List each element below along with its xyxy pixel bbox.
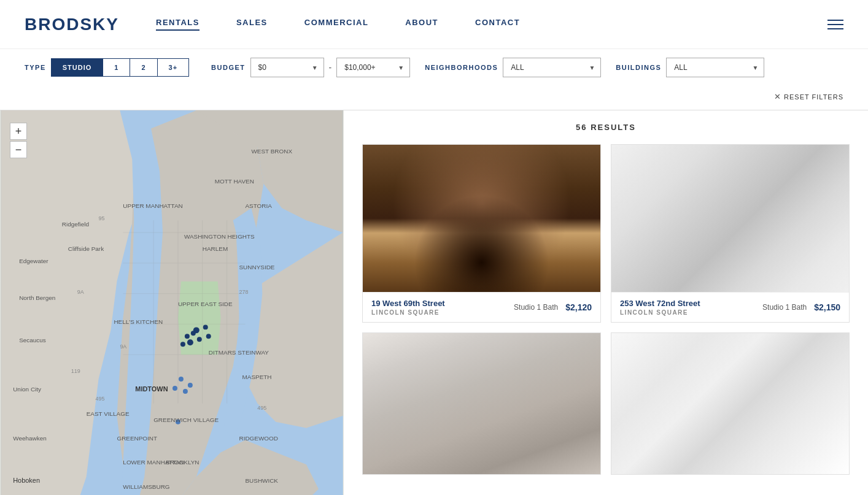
nav-commercial[interactable]: COMMERCIAL — [304, 18, 369, 31]
type-3plus-btn[interactable]: 3+ — [158, 58, 190, 77]
map-container: HELL'S KITCHEN UPPER EAST SIDE MIDTOWN H… — [0, 110, 344, 495]
listing-neighborhood-0: LINCOLN SQUARE — [371, 309, 506, 316]
svg-text:Edgewater: Edgewater — [19, 258, 48, 264]
listing-details-0: Studio 1 Bath — [514, 303, 558, 312]
svg-point-15 — [180, 342, 185, 347]
nav-about[interactable]: ABOUT — [405, 18, 438, 31]
svg-point-18 — [179, 377, 184, 382]
svg-point-13 — [185, 334, 190, 339]
reset-filters-label: RESET FILTERS — [784, 93, 843, 101]
type-studio-btn[interactable]: STUDIO — [51, 58, 104, 77]
svg-text:BUSHWICK: BUSHWICK — [245, 477, 278, 484]
svg-text:WILLIAMSBURG: WILLIAMSBURG — [123, 483, 169, 490]
listing-card-2[interactable] — [362, 332, 601, 475]
svg-text:UPPER MANHATTAN: UPPER MANHATTAN — [123, 202, 182, 209]
budget-max-select[interactable]: $10,000+ — [336, 58, 410, 77]
map-controls: + − — [10, 123, 27, 158]
listing-neighborhood-1: LINCOLN SQUARE — [620, 309, 755, 316]
svg-point-21 — [183, 389, 188, 394]
budget-filter-group: BUDGET $0 ▼ - $10,000+ ▼ — [211, 58, 410, 77]
reset-filters-button[interactable]: ✕ RESET FILTERS — [774, 92, 843, 101]
svg-text:EAST VILLAGE: EAST VILLAGE — [87, 410, 130, 417]
svg-text:9A: 9A — [77, 289, 84, 295]
svg-text:WEST BRONX: WEST BRONX — [251, 148, 292, 155]
listings-panel: 56 RESULTS 19 West 69th Street LINCOLN S… — [344, 110, 868, 495]
svg-text:BROOKLYN: BROOKLYN — [166, 459, 200, 466]
listing-details-1: Studio 1 Bath — [762, 303, 807, 312]
nav-contact[interactable]: CONTACT — [475, 18, 520, 31]
filter-bar: TYPE STUDIO 1 2 3+ BUDGET $0 ▼ - $10,000… — [0, 49, 868, 110]
svg-text:HARLEM: HARLEM — [203, 245, 228, 252]
hamburger-menu[interactable] — [827, 20, 843, 29]
buildings-select[interactable]: ALL — [666, 58, 764, 77]
zoom-out-button[interactable]: − — [10, 141, 27, 158]
svg-point-16 — [191, 331, 196, 336]
svg-text:MASPETH: MASPETH — [242, 374, 271, 380]
svg-text:9A: 9A — [120, 343, 126, 350]
nav-rentals[interactable]: RENTALS — [156, 18, 200, 31]
svg-text:Cliffside Park: Cliffside Park — [68, 245, 104, 252]
listing-card-1[interactable]: 253 West 72nd Street LINCOLN SQUARE Stud… — [611, 144, 850, 323]
type-1-btn[interactable]: 1 — [103, 58, 130, 77]
main-nav: RENTALS SALES COMMERCIAL ABOUT CONTACT — [156, 18, 827, 31]
budget-dash: - — [329, 63, 332, 72]
listing-address-block-1: 253 West 72nd Street LINCOLN SQUARE — [620, 299, 755, 316]
svg-point-11 — [187, 339, 193, 345]
svg-text:Union City: Union City — [13, 386, 41, 393]
listing-price-0: $2,120 — [565, 302, 592, 312]
svg-text:278: 278 — [239, 289, 249, 295]
listing-price-1: $2,150 — [814, 302, 840, 312]
svg-text:495: 495 — [96, 396, 105, 402]
listings-grid: 19 West 69th Street LINCOLN SQUARE Studi… — [362, 144, 850, 475]
listing-card-0[interactable]: 19 West 69th Street LINCOLN SQUARE Studi… — [362, 144, 601, 323]
svg-text:Secaucus: Secaucus — [19, 337, 46, 343]
type-buttons: STUDIO 1 2 3+ — [51, 58, 189, 77]
listing-address-1: 253 West 72nd Street — [620, 299, 755, 308]
buildings-filter-group: BUILDINGS ALL ▼ — [616, 58, 764, 77]
listing-card-3[interactable] — [611, 332, 850, 475]
buildings-label: BUILDINGS — [616, 64, 661, 71]
main-layout: HELL'S KITCHEN UPPER EAST SIDE MIDTOWN H… — [0, 110, 868, 495]
svg-text:DITMARS STEINWAY: DITMARS STEINWAY — [209, 349, 269, 356]
neighborhoods-select[interactable]: ALL — [503, 58, 601, 77]
listing-image-0 — [363, 145, 600, 292]
svg-text:ASTORIA: ASTORIA — [245, 202, 272, 209]
results-count: 56 RESULTS — [362, 123, 850, 132]
svg-text:RIDGEWOOD: RIDGEWOOD — [239, 435, 279, 442]
listing-address-0: 19 West 69th Street — [371, 299, 506, 308]
svg-point-17 — [206, 334, 211, 339]
svg-text:MOTT HAVEN: MOTT HAVEN — [215, 178, 254, 185]
svg-point-12 — [203, 324, 208, 329]
logo[interactable]: BRODSKY — [25, 15, 119, 34]
listing-image-3 — [611, 333, 849, 474]
neighborhoods-label: NEIGHBORHOODS — [425, 64, 498, 71]
budget-max-wrapper: $10,000+ ▼ — [336, 58, 410, 77]
zoom-in-button[interactable]: + — [10, 123, 27, 140]
svg-text:GREENPOINT: GREENPOINT — [117, 435, 157, 442]
budget-label: BUDGET — [211, 64, 245, 71]
type-2-btn[interactable]: 2 — [130, 58, 157, 77]
svg-text:North Bergen: North Bergen — [19, 294, 55, 301]
type-label: TYPE — [25, 64, 46, 71]
budget-min-select[interactable]: $0 — [250, 58, 324, 77]
listing-info-1: 253 West 72nd Street LINCOLN SQUARE Stud… — [611, 292, 849, 322]
header: BRODSKY RENTALS SALES COMMERCIAL ABOUT C… — [0, 0, 868, 49]
svg-text:HELL'S KITCHEN: HELL'S KITCHEN — [114, 318, 163, 325]
svg-text:119: 119 — [71, 368, 80, 374]
svg-text:UPPER EAST SIDE: UPPER EAST SIDE — [178, 301, 233, 307]
svg-point-19 — [188, 383, 193, 388]
neighborhoods-filter-group: NEIGHBORHOODS ALL ▼ — [425, 58, 601, 77]
listing-info-0: 19 West 69th Street LINCOLN SQUARE Studi… — [363, 292, 600, 322]
svg-text:Weehawken: Weehawken — [13, 435, 47, 442]
svg-text:MIDTOWN: MIDTOWN — [135, 385, 168, 393]
svg-point-14 — [197, 337, 202, 342]
nav-sales[interactable]: SALES — [236, 18, 268, 31]
svg-text:WASHINGTON HEIGHTS: WASHINGTON HEIGHTS — [184, 233, 255, 240]
type-filter-group: TYPE STUDIO 1 2 3+ — [25, 58, 189, 77]
svg-text:GREENWICH VILLAGE: GREENWICH VILLAGE — [153, 416, 219, 423]
svg-point-20 — [172, 386, 177, 391]
buildings-wrapper: ALL ▼ — [666, 58, 764, 77]
svg-text:95: 95 — [99, 215, 105, 221]
svg-text:Hoboken: Hoboken — [13, 477, 40, 484]
listing-image-1 — [611, 145, 849, 292]
